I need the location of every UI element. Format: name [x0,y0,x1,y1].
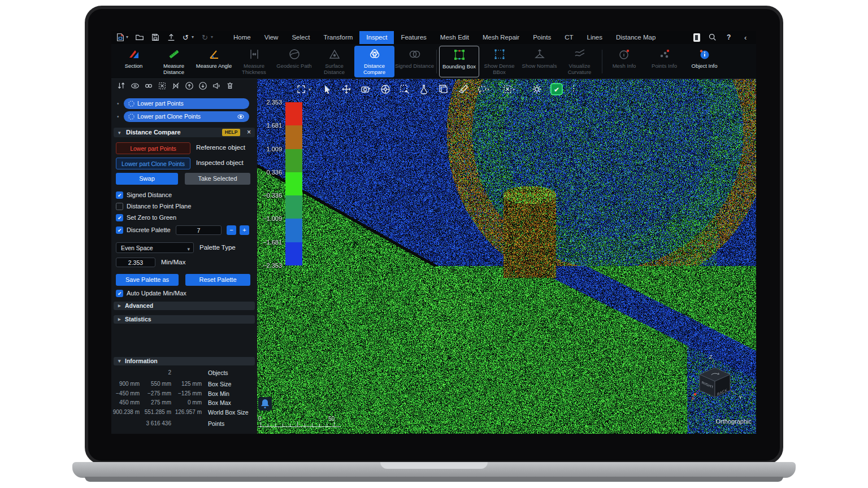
export-icon[interactable] [167,33,177,42]
eye-icon[interactable] [237,113,245,120]
ribbon-button-visualize-curvature[interactable]: Visualize Curvature [559,46,600,77]
export-down-icon[interactable] [198,81,209,91]
tab-view[interactable]: View [258,31,285,44]
panel-toggle-button[interactable] [693,33,700,42]
swap-button[interactable]: Swap [116,173,178,185]
palette-type-select[interactable]: Even Space ▾ [116,242,194,253]
signed-distance-checkbox[interactable] [116,191,123,199]
decrease-button[interactable]: − [227,225,236,235]
advanced-section[interactable]: ▸ Advanced [114,302,255,310]
collapse-ribbon-icon[interactable]: ‹ [744,31,747,44]
points-info-icon [644,46,684,63]
select-cursor-icon[interactable] [322,84,333,95]
colorbar-label: 0.336 [257,169,282,176]
redo-icon[interactable]: ↻ [202,31,208,44]
ribbon-button-show-dense-bbox[interactable]: Show Dense BBox [479,46,519,77]
chevron-down-icon[interactable]: ▾ [309,87,311,92]
announce-icon[interactable] [212,81,222,91]
projection-mode-label[interactable]: Orthographic [715,418,752,425]
tab-inspect[interactable]: Inspect [359,31,394,44]
viewport-canvas[interactable] [257,79,756,434]
visibility-icon[interactable] [131,81,141,91]
reference-object-button[interactable]: Lower part Points [116,142,190,154]
copy-view-icon[interactable] [439,84,450,95]
reference-object-label: Reference object [196,144,245,151]
tab-home[interactable]: Home [227,31,258,44]
ribbon-button-measure-distance[interactable]: Measure Distance [154,46,194,77]
inspected-object-button[interactable]: Lower part Clone Points [116,158,190,169]
ribbon-button-section[interactable]: Section [114,46,154,77]
help-badge[interactable]: HELP [222,129,240,136]
help-icon[interactable]: ? [727,31,731,44]
close-icon[interactable]: × [247,128,251,137]
pick-point-icon[interactable] [419,84,430,95]
pan-icon[interactable] [341,84,353,95]
minmax-label: Min/Max [161,259,185,265]
open-folder-icon[interactable] [135,33,145,42]
panel-header-distance-compare[interactable]: ▾ Distance Compare HELP × [114,128,255,137]
chevron-down-icon[interactable]: ▾ [513,87,515,92]
ribbon-button-bounding-box[interactable]: Bounding Box [439,46,479,77]
ribbon-button-measure-thickness[interactable]: Measure Thickness [234,46,274,77]
normals-off-icon[interactable] [171,81,181,91]
auto-update-checkbox[interactable] [116,290,123,297]
tab-select[interactable]: Select [285,31,316,44]
information-section[interactable]: ▾ Information [114,357,255,365]
deselect-icon[interactable] [502,84,514,95]
sort-icon[interactable] [117,81,127,91]
distance-to-point-plane-checkbox[interactable] [116,203,123,210]
fit-view-icon[interactable] [296,84,307,95]
tab-mesh-edit[interactable]: Mesh Edit [433,31,476,44]
reset-palette-button[interactable]: Reset Palette [185,274,250,286]
confirm-check-button[interactable]: ✔ [550,83,563,95]
tab-transform[interactable]: Transform [316,31,359,44]
notification-bell-icon[interactable] [258,397,272,411]
tab-lines[interactable]: Lines [580,31,609,44]
import-icon[interactable] [185,81,195,91]
settings-gear-icon[interactable] [532,84,543,95]
tab-distance-map[interactable]: Distance Map [609,31,662,44]
tree-item-lower-part-points[interactable]: Lower part Points [124,98,249,109]
clip-plane-icon[interactable] [458,84,470,95]
take-selected-button[interactable]: Take Selected [185,173,250,185]
ribbon-button-surface-distance[interactable]: Surface Distance [314,46,354,77]
colorbar-segment [285,149,302,172]
ribbon-button-object-info[interactable]: Object Info [684,46,724,77]
chevron-right-icon: ▸ [118,302,121,310]
tab-points[interactable]: Points [526,31,558,44]
tab-ct[interactable]: CT [558,31,580,44]
minmax-input[interactable]: 2.353 [116,258,155,267]
save-icon[interactable] [151,33,161,42]
trash-icon[interactable] [225,81,236,91]
tab-mesh-repair[interactable]: Mesh Repair [476,31,526,44]
increase-button[interactable]: + [240,225,249,235]
camera-icon[interactable] [361,84,372,95]
ribbon-button-signed-distance[interactable]: Signed Distance [394,46,435,77]
statistics-section[interactable]: ▸ Statistics [114,315,255,324]
lasso-select-icon[interactable] [477,84,488,95]
marquee-select-icon[interactable] [400,84,411,95]
link-icon[interactable] [144,81,154,91]
ribbon-button-show-normals[interactable]: Show Normals [519,46,559,77]
fit-selection-icon[interactable] [158,81,168,91]
ribbon-button-geodesic-path[interactable]: Geodesic Path [274,46,314,77]
ribbon-button-mesh-info[interactable]: Mesh Info [604,46,644,77]
ribbon-button-measure-angle[interactable]: Measure Angle [194,46,234,77]
turntable-icon[interactable] [380,84,392,95]
inspected-object-label: Inspected object [196,159,244,166]
save-palette-button[interactable]: Save Palette as [116,274,179,286]
tab-features[interactable]: Features [394,31,433,44]
more-menu-icon[interactable]: ⋮ [570,84,578,93]
search-icon[interactable] [708,33,718,42]
tree-item-lower-part-clone-points[interactable]: Lower part Clone Points [124,111,249,122]
discrete-palette-checkbox[interactable] [116,226,123,234]
ribbon-button-distance-compare[interactable]: Distance Compare [354,46,394,77]
file-menu-icon[interactable] [116,33,126,42]
set-zero-to-green-checkbox[interactable] [116,214,123,221]
chevron-down-icon[interactable]: ▾ [487,87,489,92]
discrete-count-input[interactable]: 7 [176,225,222,235]
navigation-cube[interactable]: Z RIGHT BACK Y X [689,352,746,414]
ribbon-button-points-info[interactable]: Points Info [644,46,684,77]
undo-icon[interactable]: ↺ [183,31,189,44]
colorbar[interactable] [285,102,302,265]
